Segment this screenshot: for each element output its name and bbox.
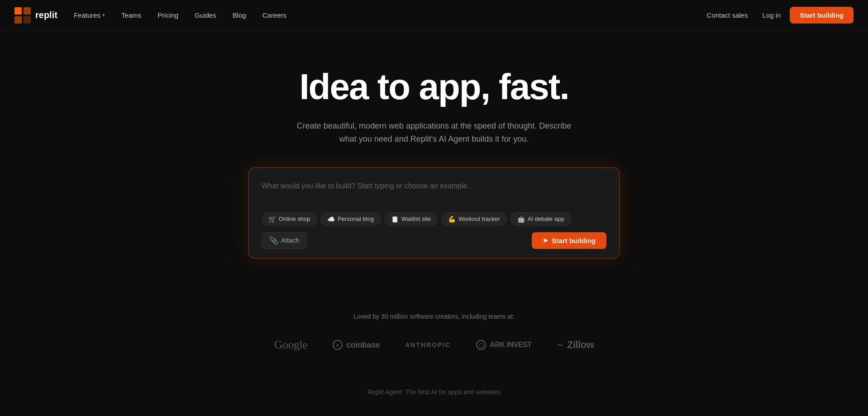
- logo-link[interactable]: replit: [14, 7, 57, 24]
- example-chip-2[interactable]: 📋Waitlist site: [384, 212, 438, 226]
- careers-label: Careers: [262, 11, 286, 19]
- careers-link[interactable]: Careers: [255, 8, 294, 23]
- chip-emoji-0: 🛒: [268, 215, 276, 223]
- svg-rect-2: [14, 16, 22, 23]
- pricing-label: Pricing: [157, 11, 178, 19]
- features-menu[interactable]: Features ▾: [67, 8, 112, 23]
- chip-label-0: Online shop: [279, 215, 310, 222]
- anthropic-logo: ANTHROPIC: [405, 341, 451, 349]
- svg-rect-1: [24, 7, 31, 14]
- example-chip-3[interactable]: 💪Workout tracker: [441, 212, 507, 226]
- blog-label: Blog: [233, 11, 246, 19]
- zillow-icon: ~: [557, 338, 563, 352]
- hero-section: Idea to app, fast. Create beautiful, mod…: [0, 31, 868, 286]
- chip-emoji-1: ☁️: [327, 215, 335, 223]
- chip-label-3: Workout tracker: [458, 215, 500, 222]
- chip-label-4: AI debate app: [528, 215, 564, 222]
- bottom-text: Replit Agent: The best AI for apps and w…: [11, 388, 857, 396]
- ark-logo: ◯ ARK INVEST: [476, 340, 531, 350]
- chip-label-2: Waitlist site: [401, 215, 431, 222]
- build-input-card: 🛒Online shop☁️Personal blog📋Waitlist sit…: [248, 167, 620, 258]
- zillow-logo: ~ Zillow: [557, 338, 594, 352]
- nav-right: Contact sales Log in Start building: [701, 7, 854, 24]
- example-chips: 🛒Online shop☁️Personal blog📋Waitlist sit…: [262, 212, 606, 226]
- svg-rect-3: [24, 16, 31, 23]
- example-chip-4[interactable]: 🤖AI debate app: [510, 212, 571, 226]
- chip-label-1: Personal blog: [338, 215, 374, 222]
- login-link[interactable]: Log in: [757, 8, 786, 23]
- chip-emoji-4: 🤖: [517, 215, 525, 223]
- svg-rect-0: [14, 7, 22, 14]
- partner-logos: Google c coinbase ANTHROPIC ◯ ARK INVEST…: [274, 338, 594, 352]
- guides-link[interactable]: Guides: [187, 8, 224, 23]
- example-chip-1[interactable]: ☁️Personal blog: [320, 212, 381, 226]
- start-building-button[interactable]: ➤ Start building: [532, 232, 606, 249]
- logo-text: replit: [35, 10, 57, 20]
- features-label: Features: [74, 11, 100, 19]
- hero-subtitle: Create beautiful, modern web application…: [294, 120, 574, 146]
- teams-link[interactable]: Teams: [114, 8, 148, 23]
- start-building-label: Start building: [552, 237, 596, 244]
- contact-sales-link[interactable]: Contact sales: [701, 8, 754, 23]
- example-chip-0[interactable]: 🛒Online shop: [262, 212, 317, 226]
- ark-icon: ◯: [476, 340, 486, 350]
- attach-label: Attach: [281, 237, 299, 244]
- build-input[interactable]: [262, 181, 606, 202]
- navbar: replit Features ▾ Teams Pricing Guides B…: [0, 0, 868, 31]
- nav-left: replit Features ▾ Teams Pricing Guides B…: [14, 7, 294, 24]
- loved-text: Loved by 30 million software creators, i…: [353, 313, 515, 320]
- pricing-link[interactable]: Pricing: [150, 8, 186, 23]
- teams-label: Teams: [121, 11, 141, 19]
- replit-logo-icon: [14, 7, 31, 24]
- blog-link[interactable]: Blog: [225, 8, 253, 23]
- chip-emoji-3: 💪: [448, 215, 456, 223]
- chevron-down-icon: ▾: [102, 12, 105, 18]
- loved-section: Loved by 30 million software creators, i…: [0, 286, 868, 370]
- paperclip-icon: 📎: [269, 236, 278, 245]
- attach-button[interactable]: 📎 Attach: [262, 232, 307, 249]
- send-icon: ➤: [543, 237, 548, 244]
- input-actions: 📎 Attach ➤ Start building: [262, 232, 606, 249]
- nav-start-building-button[interactable]: Start building: [790, 7, 854, 24]
- bottom-section: Replit Agent: The best AI for apps and w…: [0, 370, 868, 405]
- hero-title: Idea to app, fast.: [299, 67, 568, 107]
- google-logo: Google: [274, 338, 308, 352]
- guides-label: Guides: [195, 11, 216, 19]
- chip-emoji-2: 📋: [391, 215, 399, 223]
- coinbase-icon: c: [333, 340, 343, 350]
- coinbase-logo: c coinbase: [333, 340, 380, 350]
